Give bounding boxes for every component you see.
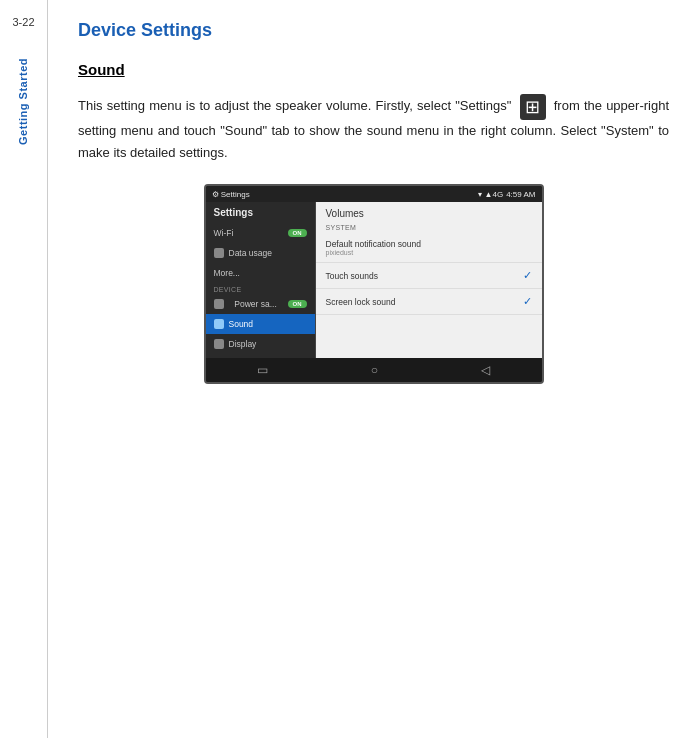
page-title: Device Settings [78, 20, 669, 41]
wifi-toggle: ON [288, 229, 307, 237]
notification-label: Default notification sound [326, 239, 421, 249]
status-app-name: ⚙ Settings [212, 190, 250, 199]
notification-sub: pixiedust [326, 249, 421, 256]
menu-item-power[interactable]: Power sa... ON [206, 294, 315, 314]
settings-icon [520, 94, 546, 120]
sound-heading: Sound [78, 61, 669, 78]
menu-item-wifi[interactable]: Wi-Fi ON [206, 223, 315, 243]
data-usage-label: Data usage [229, 248, 272, 258]
right-panel-title: Volumes [316, 202, 542, 222]
device-section-label: DEVICE [206, 283, 315, 294]
power-icon [214, 299, 224, 309]
status-icons: ▾ ▲4G 4:59 AM [478, 190, 536, 199]
android-screen: ⚙ Settings ▾ ▲4G 4:59 AM Settings Wi-Fi … [204, 184, 544, 384]
power-toggle: ON [288, 300, 307, 308]
nav-home-icon[interactable]: ○ [371, 363, 378, 377]
sidebar-label: Getting Started [16, 58, 30, 145]
power-label: Power sa... [234, 299, 277, 309]
data-usage-icon [214, 248, 224, 258]
page-number: 3-22 [12, 16, 34, 28]
sound-label: Sound [229, 319, 254, 329]
more-label: More... [214, 268, 240, 278]
right-item-touch[interactable]: Touch sounds ✓ [316, 263, 542, 289]
menu-item-sound[interactable]: Sound [206, 314, 315, 334]
left-panel: Settings Wi-Fi ON Data usage More... DE [206, 202, 316, 358]
right-item-screen-lock[interactable]: Screen lock sound ✓ [316, 289, 542, 315]
right-item-notification[interactable]: Default notification sound pixiedust [316, 233, 542, 263]
wifi-status-icon: ▾ [478, 190, 482, 199]
screen-lock-check: ✓ [523, 295, 532, 308]
main-content: Device Settings Sound This setting menu … [48, 0, 699, 738]
display-icon [214, 339, 224, 349]
touch-label: Touch sounds [326, 271, 378, 281]
touch-check: ✓ [523, 269, 532, 282]
signal-status-icon: ▲4G [485, 190, 504, 199]
screenshot-container: ⚙ Settings ▾ ▲4G 4:59 AM Settings Wi-Fi … [78, 184, 669, 384]
nav-recent-icon[interactable]: ▭ [257, 363, 268, 377]
menu-item-data-usage[interactable]: Data usage [206, 243, 315, 263]
nav-bar: ▭ ○ ◁ [206, 358, 542, 382]
left-panel-header: Settings [206, 202, 315, 223]
right-panel: Volumes SYSTEM Default notification soun… [316, 202, 542, 358]
display-label: Display [229, 339, 257, 349]
menu-item-more[interactable]: More... [206, 263, 315, 283]
settings-body: Settings Wi-Fi ON Data usage More... DE [206, 202, 542, 358]
right-section-label: SYSTEM [316, 222, 542, 233]
nav-back-icon[interactable]: ◁ [481, 363, 490, 377]
time-display: 4:59 AM [506, 190, 535, 199]
wifi-label: Wi-Fi [214, 228, 234, 238]
sound-icon [214, 319, 224, 329]
screen-lock-label: Screen lock sound [326, 297, 396, 307]
body-paragraph: This setting menu is to adjust the speak… [78, 94, 669, 164]
body-text-part1: This setting menu is to adjust the speak… [78, 98, 511, 113]
sidebar: 3-22 Getting Started [0, 0, 48, 738]
status-bar: ⚙ Settings ▾ ▲4G 4:59 AM [206, 186, 542, 202]
menu-item-display[interactable]: Display [206, 334, 315, 354]
